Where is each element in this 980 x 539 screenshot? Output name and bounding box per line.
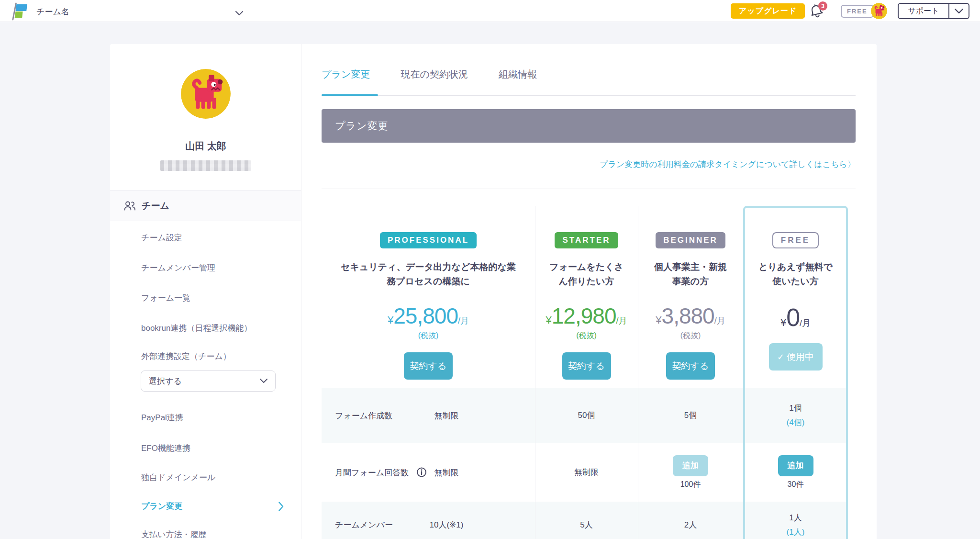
price-amount: 12,980: [552, 303, 616, 329]
sidebar-item-paypal[interactable]: PayPal連携: [141, 412, 183, 424]
subscribe-beginner-button[interactable]: 契約する: [666, 352, 715, 380]
feature-row-form-count: フォーム作成数 無制限 50個 5個 1個 (4個): [322, 388, 848, 443]
plan-header-row: PROFESSIONAL セキュリティ、データ出力など本格的な業務プロセスの構築…: [322, 206, 848, 388]
feature-value-starter: 5人: [535, 502, 638, 539]
sidebar-item-form-list[interactable]: フォーム一覧: [141, 292, 190, 304]
plan-column-starter: STARTER フォームをたくさん作りたい方 ¥12,980/月 (税抜) 契約…: [535, 206, 638, 388]
feature-value-starter: 無制限: [535, 443, 638, 502]
plan-column-beginner: BEGINNER 個人事業主・新規事業の方 ¥3,880/月 (税抜) 契約する: [638, 206, 743, 388]
sidebar-item-team-settings[interactable]: チーム設定: [141, 232, 182, 244]
price-period: /月: [616, 315, 627, 326]
sidebar-item-payment-history[interactable]: 支払い方法・履歴: [141, 529, 206, 539]
sidebar: 山田 太郎 チーム チーム設定 チームメンバー管理 フォーム一覧 bookrun…: [110, 44, 301, 539]
current-plan-label: 使用中: [787, 351, 814, 363]
plan-description: 個人事業主・新規事業の方: [651, 260, 730, 289]
plan-badge-free: FREE: [772, 232, 819, 248]
add-amount: 100件: [680, 480, 701, 490]
support-label: サポート: [899, 4, 948, 18]
check-icon: ✓: [777, 352, 784, 362]
team-people-icon: [123, 201, 136, 211]
tab-track: [322, 95, 856, 96]
page-title-bar: プラン変更: [322, 109, 856, 143]
sidebar-item-plan-change[interactable]: プラン変更: [141, 501, 182, 512]
tab-plan-change[interactable]: プラン変更: [322, 68, 370, 81]
top-bar: チーム名 アップグレード 3 FREE: [0, 0, 980, 22]
select-value: 選択する: [149, 376, 182, 387]
currency-symbol: ¥: [656, 314, 661, 326]
upgrade-button[interactable]: アップグレード: [731, 3, 805, 19]
profile-avatar: [181, 69, 231, 119]
subscribe-professional-button[interactable]: 契約する: [404, 352, 453, 380]
notification-count-badge: 3: [818, 1, 827, 11]
column-divider: [638, 206, 638, 539]
chevron-down-icon[interactable]: [235, 9, 243, 18]
feature-cell: チームメンバー 10人(※1): [322, 502, 535, 539]
plan-comparison-table: PROFESSIONAL セキュリティ、データ出力など本格的な業務プロセスの構築…: [322, 206, 856, 539]
tax-note: (税抜): [418, 331, 439, 341]
feature-value-professional: 無制限: [358, 467, 535, 478]
feature-value-free: 1個 (4個): [743, 388, 848, 443]
plan-price: ¥25,800/月: [388, 303, 469, 329]
sidebar-item-efo[interactable]: EFO機能連携: [141, 443, 190, 454]
plan-price: ¥12,980/月: [546, 303, 627, 329]
current-plan-badge[interactable]: FREE: [841, 5, 874, 18]
feature-value-beginner: 追加 100件: [638, 443, 743, 502]
formrun-logo-icon: [11, 2, 28, 22]
feature-value-professional: 10人(※1): [358, 519, 535, 530]
notification-bell[interactable]: 3: [810, 4, 825, 19]
price-period: /月: [714, 315, 725, 326]
price-amount: 3,880: [662, 303, 714, 329]
feature-row-team-members: チームメンバー 10人(※1) 5人 2人 1人 (1人): [322, 502, 848, 539]
price-period: /月: [800, 317, 811, 329]
plan-badge-starter: STARTER: [555, 232, 618, 248]
sidebar-item-member-management[interactable]: チームメンバー管理: [141, 262, 215, 274]
feature-value-beginner: 5個: [638, 388, 743, 443]
currency-symbol: ¥: [780, 316, 786, 329]
billing-timing-link[interactable]: プラン変更時の利用料金の請求タイミングについて詳しくはこちら〉: [600, 159, 856, 170]
tab-current-contract[interactable]: 現在の契約状況: [401, 68, 468, 81]
sidebar-section-team[interactable]: チーム: [110, 190, 301, 221]
feature-value-starter: 50個: [535, 388, 638, 443]
price-amount: 25,800: [393, 303, 458, 329]
sidebar-section-label: チーム: [142, 200, 169, 212]
sidebar-item-bookrun[interactable]: bookrun連携（日程選択機能）: [141, 323, 252, 334]
sidebar-item-external-integration[interactable]: 外部連携設定（チーム）: [141, 351, 231, 362]
plan-price: ¥3,880/月: [656, 303, 725, 329]
content-card: 山田 太郎 チーム チーム設定 チームメンバー管理 フォーム一覧 bookrun…: [110, 44, 877, 539]
feature-value-current: (4個): [787, 417, 805, 428]
active-tab-indicator: [322, 94, 378, 96]
feature-value-current: (1人): [787, 527, 805, 538]
plan-price: ¥0/月: [780, 303, 811, 332]
feature-value-free: 1人 (1人): [743, 502, 848, 539]
column-divider: [535, 206, 535, 539]
tab-organization-info[interactable]: 組織情報: [499, 68, 537, 81]
sidebar-item-custom-domain-mail[interactable]: 独自ドメインメール: [141, 472, 215, 483]
plan-description: フォームをたくさん作りたい方: [547, 260, 626, 289]
tax-note: (税抜): [576, 331, 597, 341]
feature-value: 1個: [789, 403, 802, 414]
plan-description: セキュリティ、データ出力など本格的な業務プロセスの構築に: [337, 260, 519, 289]
price-amount: 0: [786, 303, 800, 332]
currency-symbol: ¥: [388, 314, 393, 326]
feature-cell: フォーム作成数 無制限: [322, 388, 535, 443]
external-integration-select[interactable]: 選択する: [141, 371, 276, 392]
plan-column-free: FREE とりあえず無料で使いたい方 ¥0/月 ✓使用中: [743, 206, 848, 388]
team-name: チーム名: [36, 6, 69, 17]
feature-row-monthly-responses: 月間フォーム回答数 無制限 無制限 追加 100件: [322, 443, 848, 502]
tax-note: (税抜): [680, 331, 701, 341]
blurred-email: [160, 160, 251, 171]
current-plan-button[interactable]: ✓使用中: [769, 343, 823, 371]
team-selector[interactable]: チーム名: [0, 0, 249, 22]
avatar[interactable]: [871, 3, 887, 19]
support-button[interactable]: サポート: [898, 3, 969, 19]
add-responses-free-button[interactable]: 追加: [778, 455, 813, 476]
user-name: 山田 太郎: [110, 140, 301, 153]
add-responses-beginner-button[interactable]: 追加: [673, 455, 708, 476]
feature-value-beginner: 2人: [638, 502, 743, 539]
plan-badge-beginner: BEGINNER: [656, 232, 725, 248]
chevron-down-icon[interactable]: [949, 4, 969, 18]
chevron-down-icon: [260, 379, 267, 383]
subscribe-starter-button[interactable]: 契約する: [562, 352, 611, 380]
currency-symbol: ¥: [546, 314, 552, 326]
chevron-right-icon: [278, 502, 284, 513]
